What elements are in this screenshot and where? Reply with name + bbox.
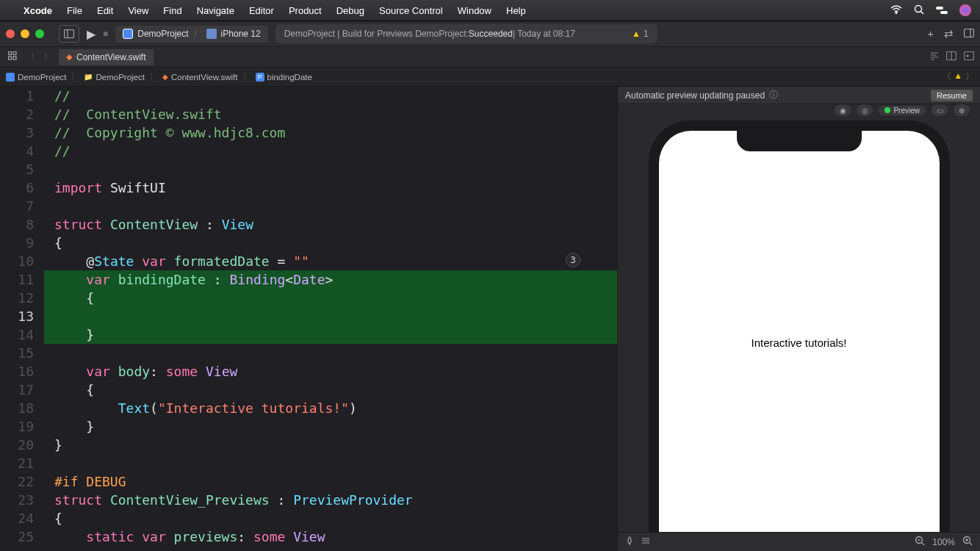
preview-device-settings-button[interactable]: ▭ <box>932 104 948 116</box>
app-name[interactable]: Xcode <box>24 5 52 16</box>
chevron-left-icon[interactable]: 〈 <box>943 71 951 82</box>
code-content[interactable]: { <box>44 289 94 307</box>
scheme-selector[interactable]: DemoProject 〉 iPhone 12 <box>115 26 267 43</box>
code-review-button[interactable]: ⇄ <box>944 27 954 40</box>
info-icon[interactable]: ⓘ <box>769 89 778 101</box>
code-content[interactable] <box>44 454 54 472</box>
menu-edit[interactable]: Edit <box>97 5 113 16</box>
add-editor-button[interactable] <box>964 51 974 62</box>
code-line[interactable]: 24{ <box>0 509 617 527</box>
code-content[interactable] <box>44 197 54 215</box>
code-content[interactable]: { <box>44 234 62 252</box>
code-editor[interactable]: 1//2// ContentView.swift3// Copyright © … <box>0 87 617 551</box>
code-line[interactable]: 18 Text("Interactive tutorials!") <box>0 399 617 417</box>
zoom-window-button[interactable] <box>35 29 44 38</box>
warning-badge[interactable]: ▲ 1 <box>632 29 649 39</box>
code-content[interactable]: } <box>44 417 94 436</box>
menu-navigate[interactable]: Navigate <box>197 5 234 16</box>
code-content[interactable]: // <box>44 87 71 105</box>
code-line[interactable]: 4// <box>0 142 617 160</box>
code-content[interactable]: var body: some View <box>44 362 237 381</box>
code-content[interactable]: Text("Interactive tutorials!") <box>44 399 357 417</box>
code-line[interactable]: 12 { <box>0 289 617 307</box>
menu-view[interactable]: View <box>128 5 148 16</box>
toggle-inspectors-button[interactable] <box>964 27 974 40</box>
code-content[interactable]: } <box>44 436 62 454</box>
add-button[interactable]: + <box>927 27 934 40</box>
menu-help[interactable]: Help <box>506 5 526 16</box>
code-line[interactable]: 10 @State var formatedDate = ""3 <box>0 252 617 270</box>
code-content[interactable]: // <box>44 142 71 160</box>
warning-icon[interactable]: ▲ <box>954 71 962 82</box>
preview-name-pill[interactable]: Preview <box>879 106 926 115</box>
code-content[interactable] <box>44 344 54 362</box>
code-content[interactable] <box>44 307 54 325</box>
menu-debug[interactable]: Debug <box>336 5 364 16</box>
preview-adjust-button[interactable] <box>641 536 650 547</box>
code-content[interactable]: // Copyright © www.hdjc8.com <box>44 123 285 142</box>
code-line[interactable]: 6import SwiftUI <box>0 179 617 197</box>
code-content[interactable]: #if DEBUG <box>44 472 126 491</box>
run-button[interactable]: ▶ <box>87 27 96 41</box>
preview-inspect-button[interactable]: ◎ <box>857 104 873 116</box>
code-line[interactable]: 20} <box>0 436 617 454</box>
zoom-in-button[interactable] <box>962 536 973 548</box>
breadcrumb-file[interactable]: ◆ ContentView.swift <box>162 73 238 82</box>
stop-button[interactable]: ■ <box>103 29 108 39</box>
code-line[interactable]: 22#if DEBUG <box>0 472 617 491</box>
code-line[interactable]: 17 { <box>0 381 617 399</box>
code-line[interactable]: 8struct ContentView : View <box>0 215 617 234</box>
duplicate-preview-button[interactable]: ⊕ <box>954 104 970 116</box>
code-line[interactable]: 2// ContentView.swift <box>0 105 617 123</box>
breadcrumb-project[interactable]: DemoProject <box>6 73 66 82</box>
code-line[interactable]: 21 <box>0 454 617 472</box>
code-line[interactable]: 16 var body: some View <box>0 362 617 381</box>
back-button[interactable]: 〈 <box>24 51 37 64</box>
zoom-out-button[interactable] <box>915 536 925 548</box>
preview-canvas[interactable]: Interactive tutorials! <box>618 116 980 532</box>
fold-badge[interactable]: 3 <box>566 253 580 267</box>
code-line[interactable]: 1// <box>0 87 617 105</box>
breadcrumb-group[interactable]: 📁 DemoProject <box>84 73 144 82</box>
code-content[interactable]: struct ContentView : View <box>44 215 253 234</box>
menu-file[interactable]: File <box>67 5 82 16</box>
code-content[interactable]: static var previews: some View <box>44 527 325 546</box>
code-line[interactable]: 7 <box>0 197 617 215</box>
pin-preview-button[interactable] <box>625 536 634 547</box>
code-content[interactable]: struct ContentView_Previews : PreviewPro… <box>44 491 413 509</box>
code-line[interactable]: 14 } <box>0 325 617 344</box>
code-content[interactable]: { <box>44 509 62 527</box>
minimize-window-button[interactable] <box>21 29 29 38</box>
code-line[interactable]: 13 <box>0 307 617 325</box>
menu-find[interactable]: Find <box>163 5 181 16</box>
code-content[interactable]: var bindingDate : Binding<Date> <box>44 270 333 289</box>
tab-contentview[interactable]: ◆ ContentView.swift <box>59 49 154 65</box>
adjust-editor-button[interactable] <box>946 51 956 62</box>
breadcrumb-symbol[interactable]: P bindingDate <box>256 73 312 82</box>
code-line[interactable]: 15 <box>0 344 617 362</box>
menu-source-control[interactable]: Source Control <box>379 5 443 16</box>
activity-viewer[interactable]: DemoProject | Build for Previews DemoPro… <box>275 24 657 43</box>
toggle-navigator-button[interactable] <box>59 25 79 43</box>
wifi-icon[interactable] <box>890 4 902 16</box>
related-items-button[interactable] <box>6 51 19 62</box>
code-line[interactable]: 19 } <box>0 417 617 436</box>
code-line[interactable]: 11 var bindingDate : Binding<Date> <box>0 270 617 289</box>
siri-icon[interactable] <box>959 4 971 16</box>
code-content[interactable]: { <box>44 381 94 399</box>
menu-window[interactable]: Window <box>458 5 491 16</box>
code-line[interactable]: 5 <box>0 160 617 179</box>
menu-editor[interactable]: Editor <box>249 5 274 16</box>
menu-product[interactable]: Product <box>289 5 322 16</box>
zoom-level[interactable]: 100% <box>932 537 955 547</box>
search-icon[interactable] <box>914 4 924 17</box>
close-window-button[interactable] <box>6 29 15 38</box>
code-content[interactable]: // ContentView.swift <box>44 105 222 123</box>
code-line[interactable]: 3// Copyright © www.hdjc8.com <box>0 123 617 142</box>
code-content[interactable] <box>44 160 54 179</box>
code-content[interactable]: @State var formatedDate = "" <box>44 252 309 270</box>
resume-button[interactable]: Resume <box>931 90 973 101</box>
control-center-icon[interactable] <box>936 4 948 16</box>
code-content[interactable]: import SwiftUI <box>44 179 166 197</box>
code-line[interactable]: 25 static var previews: some View <box>0 527 617 546</box>
